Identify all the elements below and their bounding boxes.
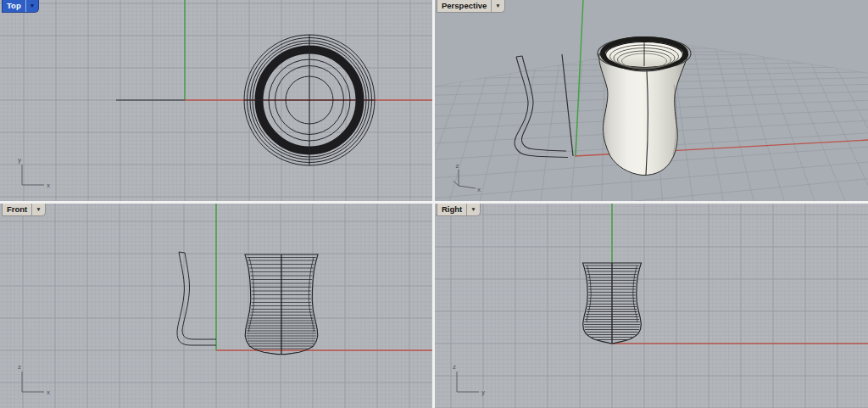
profile-curve-perspective[interactable] (515, 56, 568, 158)
top-viewport-canvas[interactable]: y x (0, 0, 432, 201)
construction-grid (435, 204, 868, 408)
viewport-tab-label[interactable]: Right (437, 204, 466, 215)
gizmo-up-label: y (18, 156, 21, 164)
front-viewport-canvas[interactable]: z x (0, 204, 432, 408)
viewport-tab-perspective[interactable]: Perspective ▼ (437, 0, 505, 13)
chevron-down-icon[interactable]: ▼ (32, 205, 44, 214)
chevron-down-icon[interactable]: ▼ (467, 205, 479, 214)
gizmo-up-label: z (456, 162, 459, 170)
viewport-tab-label[interactable]: Perspective (437, 0, 491, 12)
gizmo-right-label: y (481, 388, 485, 396)
modeling-app-4-viewports: Top ▼ y x Perspective ▼ (0, 0, 868, 408)
viewport-tab-top[interactable]: Top ▼ (2, 0, 39, 13)
chevron-down-icon[interactable]: ▼ (26, 2, 38, 10)
teacup-top-projection[interactable] (244, 35, 375, 165)
right-viewport-canvas[interactable]: z y (435, 204, 868, 408)
viewport-top[interactable]: Top ▼ y x (0, 0, 432, 201)
viewport-tab-right[interactable]: Right ▼ (437, 204, 481, 216)
viewport-perspective[interactable]: Perspective ▼ (435, 0, 868, 201)
viewport-tab-front[interactable]: Front ▼ (2, 204, 46, 216)
gizmo-right-label: x (47, 388, 50, 396)
viewport-front[interactable]: Front ▼ z x (0, 204, 432, 408)
teacup-shaded-model[interactable] (598, 37, 691, 176)
axis-gizmo-perspective: z x (453, 162, 481, 193)
revolve-axis-line[interactable] (562, 54, 573, 156)
viewport-right[interactable]: Right ▼ z y (435, 204, 868, 408)
gizmo-right-label: x (47, 182, 50, 189)
gizmo-up-label: z (18, 363, 21, 371)
viewport-tab-label[interactable]: Top (3, 0, 25, 12)
viewport-tab-label[interactable]: Front (3, 204, 31, 215)
perspective-viewport-canvas[interactable]: z x (435, 0, 868, 201)
gizmo-up-label: z (453, 363, 456, 371)
chevron-down-icon[interactable]: ▼ (492, 2, 504, 10)
gizmo-right-label: x (477, 186, 481, 193)
